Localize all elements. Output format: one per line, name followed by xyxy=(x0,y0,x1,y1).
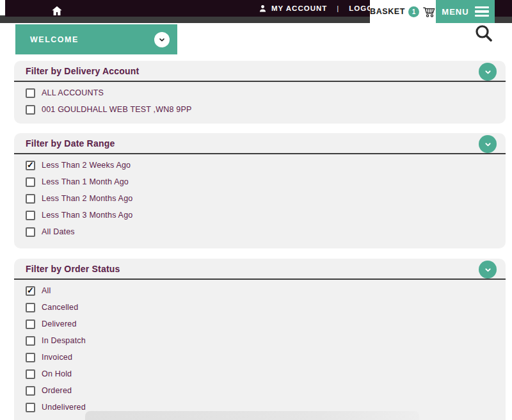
checkbox[interactable] xyxy=(26,386,35,396)
welcome-label: WELCOME xyxy=(30,35,79,44)
search-icon-glyph xyxy=(474,23,494,44)
panel-body: All Cancelled Delivered In Despatch Invo… xyxy=(14,280,506,416)
chevron-down-icon xyxy=(483,265,493,275)
menu-button[interactable]: MENU xyxy=(436,0,495,23)
chevron-down-icon xyxy=(483,67,493,77)
panel-collapse-button[interactable] xyxy=(479,63,497,81)
welcome-chevron-button[interactable] xyxy=(154,32,170,47)
filter-panel-delivery-account: Filter by Delivery Account ALL ACCOUNTS … xyxy=(14,61,506,124)
home-icon[interactable] xyxy=(51,4,63,17)
panel-header: Filter by Order Status xyxy=(14,259,506,280)
checkbox-row[interactable]: Less Than 1 Month Ago xyxy=(26,174,494,190)
checkbox-label[interactable]: Undelivered xyxy=(42,403,86,412)
checkbox-row[interactable]: ALL ACCOUNTS xyxy=(26,85,494,101)
checkbox-label[interactable]: Less Than 2 Months Ago xyxy=(42,194,132,203)
chevron-down-icon xyxy=(483,140,493,149)
panel-header: Filter by Date Range xyxy=(14,133,506,154)
checkbox[interactable] xyxy=(26,303,35,312)
checkbox[interactable] xyxy=(26,286,35,296)
panel-body: ALL ACCOUNTS 001 GOULDHALL WEB TEST ,WN8… xyxy=(14,82,506,118)
my-account-link[interactable]: MY ACCOUNT xyxy=(259,4,327,13)
menu-label: MENU xyxy=(442,7,468,17)
checkbox-label[interactable]: Invoiced xyxy=(42,353,72,362)
filter-panel-order-status: Filter by Order Status All Cancelled Del… xyxy=(14,259,506,420)
checkbox[interactable] xyxy=(26,161,35,170)
checkbox[interactable] xyxy=(26,177,35,187)
checkbox[interactable] xyxy=(26,105,35,115)
checkbox[interactable] xyxy=(26,211,35,220)
search-icon[interactable] xyxy=(474,23,494,44)
checkbox-row[interactable]: In Despatch xyxy=(26,332,494,349)
checkbox-row[interactable]: All Dates xyxy=(26,223,494,240)
checkbox-label[interactable]: On Hold xyxy=(42,369,72,378)
user-icon xyxy=(259,4,267,13)
checkbox-label[interactable]: Less Than 3 Months Ago xyxy=(42,211,132,220)
checkbox-label[interactable]: Ordered xyxy=(42,386,72,395)
checkbox[interactable] xyxy=(26,319,35,329)
checkbox-label[interactable]: 001 GOULDHALL WEB TEST ,WN8 9PP xyxy=(42,105,192,114)
checkbox-row[interactable]: Cancelled xyxy=(26,299,494,316)
checkbox-row[interactable]: Invoiced xyxy=(26,349,494,366)
home-icon-glyph xyxy=(51,4,63,17)
panel-title: Filter by Date Range xyxy=(26,138,115,149)
checkbox-row[interactable]: Delivered xyxy=(26,316,494,332)
panel-body: Less Than 2 Weeks Ago Less Than 1 Month … xyxy=(14,154,506,240)
checkbox-label[interactable]: Less Than 1 Month Ago xyxy=(42,177,129,186)
bottom-overlay-bar xyxy=(85,411,419,420)
checkbox-label[interactable]: All Dates xyxy=(42,227,75,236)
checkbox[interactable] xyxy=(26,194,35,204)
checkbox-row[interactable]: Less Than 3 Months Ago xyxy=(26,207,494,223)
checkbox[interactable] xyxy=(26,336,35,346)
checkbox-label[interactable]: In Despatch xyxy=(42,336,86,345)
basket-label: BASKET xyxy=(370,7,405,16)
checkbox-row[interactable]: 001 GOULDHALL WEB TEST ,WN8 9PP xyxy=(26,101,494,118)
checkbox-label[interactable]: All xyxy=(42,286,51,295)
basket-count-badge: 1 xyxy=(408,6,419,17)
checkbox-label[interactable]: Delivered xyxy=(42,319,77,328)
chevron-down-icon xyxy=(157,35,166,44)
checkbox[interactable] xyxy=(26,369,35,379)
checkbox[interactable] xyxy=(26,227,35,237)
my-account-label: MY ACCOUNT xyxy=(271,4,327,12)
hamburger-icon xyxy=(475,6,489,17)
checkbox-row[interactable]: Ordered xyxy=(26,382,494,399)
checkbox-label[interactable]: Cancelled xyxy=(42,303,78,312)
panel-title: Filter by Order Status xyxy=(26,264,120,274)
cart-icon xyxy=(422,6,436,18)
panel-collapse-button[interactable] xyxy=(479,135,497,153)
checkbox-row[interactable]: On Hold xyxy=(26,366,494,382)
checkbox-label[interactable]: Less Than 2 Weeks Ago xyxy=(42,161,131,170)
checkbox-row[interactable]: Less Than 2 Months Ago xyxy=(26,190,494,207)
checkbox[interactable] xyxy=(26,88,35,98)
panel-collapse-button[interactable] xyxy=(479,261,497,279)
checkbox-label[interactable]: ALL ACCOUNTS xyxy=(42,88,104,97)
account-nav: MY ACCOUNT | LOGOUT xyxy=(259,0,385,17)
checkbox[interactable] xyxy=(26,403,35,412)
checkbox-row[interactable]: Less Than 2 Weeks Ago xyxy=(26,157,494,174)
filter-panel-date-range: Filter by Date Range Less Than 2 Weeks A… xyxy=(14,133,506,248)
checkbox-row[interactable]: All xyxy=(26,282,494,299)
basket-button[interactable]: BASKET 1 xyxy=(370,0,436,23)
panel-header: Filter by Delivery Account xyxy=(14,61,506,82)
welcome-dropdown[interactable]: WELCOME xyxy=(15,24,177,54)
checkbox[interactable] xyxy=(26,353,35,362)
nav-divider: | xyxy=(337,4,339,12)
panel-title: Filter by Delivery Account xyxy=(26,66,139,76)
